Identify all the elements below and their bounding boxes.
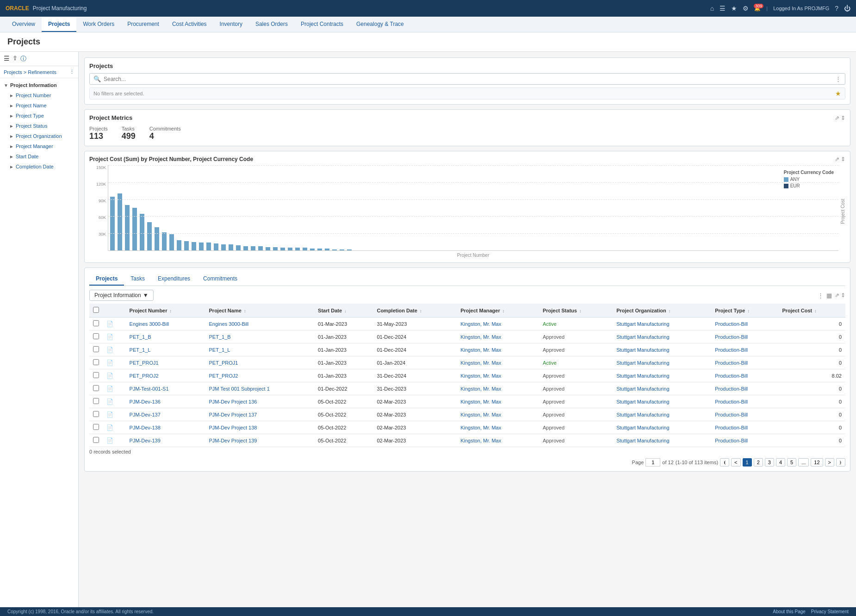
table-expand-icon[interactable]: ⇗ ⇕: [835, 292, 845, 299]
page-2-btn[interactable]: 2: [754, 458, 763, 467]
tab-expenditures-table[interactable]: Expenditures: [151, 273, 197, 286]
col-project-cost[interactable]: Project Cost ↕: [778, 304, 845, 317]
row-type-7[interactable]: Production-Bill: [711, 408, 778, 421]
tab-inventory[interactable]: Inventory: [213, 17, 249, 32]
row-type-1[interactable]: Production-Bill: [711, 330, 778, 343]
row-cb-1[interactable]: [93, 333, 99, 339]
sidebar-item-project-name[interactable]: ► Project Name: [0, 100, 78, 111]
row-manager-5[interactable]: Kingston, Mr. Max: [457, 382, 539, 395]
row-manager-2[interactable]: Kingston, Mr. Max: [457, 343, 539, 356]
row-checkbox-7[interactable]: [89, 408, 103, 421]
prev-page-btn[interactable]: <: [731, 458, 740, 467]
next-page-btn[interactable]: >: [825, 458, 834, 467]
page-5-btn[interactable]: 5: [787, 458, 796, 467]
sidebar-item-project-manager[interactable]: ► Project Manager: [0, 141, 78, 151]
page-3-btn[interactable]: 3: [765, 458, 774, 467]
row-number-7[interactable]: PJM-Dev-137: [126, 408, 205, 421]
row-name-5[interactable]: PJM Test 001 Subproject 1: [205, 382, 315, 395]
row-type-6[interactable]: Production-Bill: [711, 395, 778, 408]
row-org-2[interactable]: Stuttgart Manufacturing: [613, 343, 711, 356]
row-name-2[interactable]: PET_1_L: [205, 343, 315, 356]
row-checkbox-5[interactable]: [89, 382, 103, 395]
col-completion-date[interactable]: Completion Date ↕: [373, 304, 457, 317]
row-checkbox-9[interactable]: [89, 434, 103, 447]
row-org-3[interactable]: Stuttgart Manufacturing: [613, 356, 711, 369]
row-name-0[interactable]: Engines 3000-Bill: [205, 317, 315, 330]
tab-tasks-table[interactable]: Tasks: [124, 273, 151, 286]
tab-projects-table[interactable]: Projects: [89, 273, 124, 286]
row-manager-1[interactable]: Kingston, Mr. Max: [457, 330, 539, 343]
row-cb-3[interactable]: [93, 359, 99, 365]
row-manager-7[interactable]: Kingston, Mr. Max: [457, 408, 539, 421]
sidebar-more-icon[interactable]: ⋮: [69, 69, 74, 75]
sidebar-item-project-organization[interactable]: ► Project Organization: [0, 131, 78, 141]
row-manager-8[interactable]: Kingston, Mr. Max: [457, 421, 539, 434]
row-type-9[interactable]: Production-Bill: [711, 434, 778, 447]
row-number-3[interactable]: PET_PROJ1: [126, 356, 205, 369]
row-org-8[interactable]: Stuttgart Manufacturing: [613, 421, 711, 434]
row-type-8[interactable]: Production-Bill: [711, 421, 778, 434]
row-checkbox-2[interactable]: [89, 343, 103, 356]
row-org-1[interactable]: Stuttgart Manufacturing: [613, 330, 711, 343]
metrics-expand-icon[interactable]: ⇗ ⇕: [835, 115, 845, 121]
row-checkbox-8[interactable]: [89, 421, 103, 434]
row-cb-2[interactable]: [93, 346, 99, 352]
row-manager-4[interactable]: Kingston, Mr. Max: [457, 369, 539, 382]
tab-procurement[interactable]: Procurement: [121, 17, 166, 32]
row-manager-9[interactable]: Kingston, Mr. Max: [457, 434, 539, 447]
select-all-checkbox[interactable]: [93, 307, 99, 313]
row-number-9[interactable]: PJM-Dev-139: [126, 434, 205, 447]
row-name-4[interactable]: PET_PROJ2: [205, 369, 315, 382]
row-cb-0[interactable]: [93, 320, 99, 326]
header-checkbox[interactable]: [89, 304, 103, 317]
privacy-statement-link[interactable]: Privacy Statement: [811, 609, 849, 614]
row-cb-5[interactable]: [93, 385, 99, 391]
row-number-8[interactable]: PJM-Dev-138: [126, 421, 205, 434]
tab-sales-orders[interactable]: Sales Orders: [249, 17, 294, 32]
tab-project-contracts[interactable]: Project Contracts: [294, 17, 350, 32]
row-manager-3[interactable]: Kingston, Mr. Max: [457, 356, 539, 369]
table-view-icon[interactable]: ⋮: [818, 292, 824, 299]
help-icon[interactable]: ?: [835, 5, 838, 12]
tab-overview[interactable]: Overview: [6, 17, 42, 32]
row-number-4[interactable]: PET_PROJ2: [126, 369, 205, 382]
row-name-7[interactable]: PJM-Dev Project 137: [205, 408, 315, 421]
sidebar-item-project-status[interactable]: ► Project Status: [0, 121, 78, 131]
col-project-organization[interactable]: Project Organization ↕: [613, 304, 711, 317]
row-manager-6[interactable]: Kingston, Mr. Max: [457, 395, 539, 408]
about-page-link[interactable]: About this Page: [773, 609, 806, 614]
col-project-type[interactable]: Project Type ↕: [711, 304, 778, 317]
favorites-icon[interactable]: ★: [731, 5, 737, 12]
row-checkbox-0[interactable]: [89, 317, 103, 330]
row-name-6[interactable]: PJM-Dev Project 136: [205, 395, 315, 408]
sidebar-info-icon[interactable]: ⓘ: [20, 55, 26, 63]
row-cb-9[interactable]: [93, 437, 99, 443]
tab-genealogy[interactable]: Genealogy & Trace: [350, 17, 410, 32]
page-12-btn[interactable]: 12: [811, 458, 823, 467]
row-number-5[interactable]: PJM-Test-001-S1: [126, 382, 205, 395]
first-page-btn[interactable]: ⟬: [720, 458, 729, 467]
notifications-icon[interactable]: 🔔 309: [754, 6, 761, 12]
row-checkbox-3[interactable]: [89, 356, 103, 369]
row-type-2[interactable]: Production-Bill: [711, 343, 778, 356]
sidebar-section-header[interactable]: ▼ Project Information: [0, 80, 78, 90]
col-project-manager[interactable]: Project Manager ↕: [457, 304, 539, 317]
search-more-icon[interactable]: ⋮: [835, 75, 841, 82]
row-type-3[interactable]: Production-Bill: [711, 356, 778, 369]
row-cb-7[interactable]: [93, 411, 99, 417]
row-org-0[interactable]: Stuttgart Manufacturing: [613, 317, 711, 330]
last-page-btn[interactable]: ⟭: [836, 458, 845, 467]
tab-work-orders[interactable]: Work Orders: [76, 17, 121, 32]
row-type-4[interactable]: Production-Bill: [711, 369, 778, 382]
sidebar-item-completion-date[interactable]: ► Completion Date: [0, 162, 78, 172]
row-manager-0[interactable]: Kingston, Mr. Max: [457, 317, 539, 330]
col-project-number[interactable]: Project Number ↕: [126, 304, 205, 317]
search-input[interactable]: [104, 76, 832, 82]
tab-projects[interactable]: Projects: [42, 17, 76, 32]
row-number-1[interactable]: PET_1_B: [126, 330, 205, 343]
page-input[interactable]: [645, 458, 660, 467]
settings-icon[interactable]: ⚙: [743, 5, 749, 12]
sidebar-item-project-number[interactable]: ► Project Number: [0, 90, 78, 100]
row-org-7[interactable]: Stuttgart Manufacturing: [613, 408, 711, 421]
row-name-9[interactable]: PJM-Dev Project 139: [205, 434, 315, 447]
